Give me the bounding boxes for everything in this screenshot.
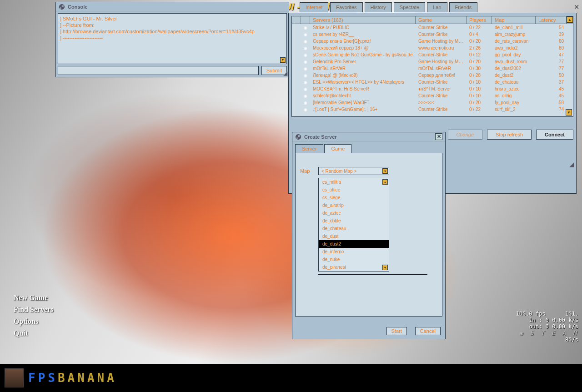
stop-refresh-button[interactable]: Stop refresh <box>487 130 532 140</box>
create-tabs: Server Game <box>295 144 442 153</box>
map-option[interactable]: de_dust2 <box>319 240 389 248</box>
col-game[interactable]: Game <box>416 16 467 24</box>
table-row[interactable]: ◉ESL >>Warserver<< HFGL>> by 4Netplayers… <box>292 79 573 85</box>
col-latency[interactable]: Latency <box>536 16 567 24</box>
cell-players: 0 / 30 <box>467 66 492 71</box>
cell-latency: 54 <box>536 25 573 30</box>
cell-map: de_dust2002 <box>492 66 536 71</box>
table-row[interactable]: ◉MOCKBA^Tm. HnS ServeR♦nS^TM. Server0 / … <box>292 85 573 92</box>
table-row[interactable]: ◉sCene-Gaming.de No1 GunGame - by gs4you… <box>292 51 573 58</box>
table-row[interactable]: ◉Сервер клана Ener[G]y.pnz!Game Hosting … <box>292 38 573 45</box>
map-option[interactable]: de_cbble <box>319 217 389 225</box>
table-row[interactable]: ◉[Memorable-Game] War3FT>>><<<0 / 20fy_p… <box>292 99 573 106</box>
scroll-down-icon[interactable]: ▼ <box>280 57 286 63</box>
cell-players: 0 / 12 <box>467 52 492 57</box>
cell-players: 0 / 20 <box>467 59 492 64</box>
site-logo: FPSBANANA <box>28 371 117 385</box>
tab-friends[interactable]: Friends <box>449 2 478 12</box>
table-row[interactable]: ◉Легенда! @ (Мясной)Сервер для тебя!0 / … <box>292 72 573 79</box>
server-table: Servers (163) Game Players Map Latency ▲… <box>291 16 573 117</box>
create-titlebar[interactable]: Create Server ✕ <box>292 132 445 141</box>
cell-map: de_chateau <box>492 80 536 85</box>
connect-button[interactable]: Connect <box>536 130 573 140</box>
scroll-down-icon[interactable]: ▼ <box>566 109 572 116</box>
console-title-text: Console <box>68 4 87 10</box>
console-output[interactable]: ] SMoLFs GUI - Mr. Silver ] --Picture fr… <box>58 13 287 64</box>
map-option[interactable]: de_piranesi <box>319 263 389 271</box>
tab-game[interactable]: Game <box>324 144 351 153</box>
cancel-button[interactable]: Cancel <box>415 327 441 335</box>
cell-map: awp_india2 <box>492 45 536 50</box>
console-input[interactable] <box>58 66 259 75</box>
tab-spectate[interactable]: Spectate <box>394 2 425 12</box>
table-row[interactable]: ◉.:[LosT | Surf+GunGame]:. | 16+Counter-… <box>292 106 573 113</box>
cell-players: 0 / 10 <box>467 80 492 85</box>
console-line: ] SMoLFs GUI - Mr. Silver <box>60 15 285 22</box>
start-button[interactable]: Start <box>386 327 407 335</box>
resize-grip-icon[interactable]: ◢ <box>283 71 288 76</box>
map-option[interactable]: de_inferno <box>319 248 389 256</box>
col-lock[interactable] <box>292 16 301 24</box>
map-option[interactable]: de_airstrip <box>319 201 389 209</box>
table-row[interactable]: ◉cs server by r4ZR__Counter-Strike0 / 4a… <box>292 31 573 38</box>
cell-name: .:[LosT | Surf+GunGame]:. | 16+ <box>310 107 416 112</box>
cell-map: fy_pool_day <box>492 100 536 105</box>
map-select[interactable]: < Random Map > ▼ <box>318 167 389 175</box>
close-icon[interactable]: ✕ <box>435 133 442 140</box>
map-option[interactable]: cs_office <box>319 186 389 194</box>
menu-quit[interactable]: Quit <box>14 329 54 337</box>
col-map[interactable]: Map <box>492 16 536 24</box>
scroll-down-icon[interactable]: ▼ <box>382 265 388 270</box>
table-header: Servers (163) Game Players Map Latency ▲ <box>292 16 573 24</box>
tab-favorites[interactable]: Favorites <box>330 2 362 12</box>
tab-history[interactable]: History <box>365 2 392 12</box>
cell-name: Легенда! @ (Мясной) <box>310 73 416 78</box>
menu-new-game[interactable]: New Game <box>14 294 54 302</box>
console-titlebar[interactable]: Console <box>56 2 289 11</box>
close-icon[interactable]: × <box>574 2 579 12</box>
change-button[interactable]: Change <box>448 130 483 140</box>
map-selected-value: < Random Map > <box>321 169 356 174</box>
table-row[interactable]: ◉schlecht@schlechtCounter-Strike0 / 10as… <box>292 92 573 99</box>
menu-options[interactable]: Options <box>14 317 54 326</box>
table-row[interactable]: ◉mOrTaL sErVeRmOrTaL sErVeR0 / 30de_dust… <box>292 65 573 72</box>
cell-game: www.nicemotio.ru <box>416 45 467 50</box>
cell-game: Counter-Strike <box>416 107 467 112</box>
map-option[interactable]: de_aztec <box>319 209 389 217</box>
cell-map: hnsro_aztec <box>492 86 536 91</box>
resize-grip-icon[interactable]: ◢ <box>569 161 574 168</box>
col-servers[interactable]: Servers (163) <box>310 16 416 24</box>
cell-name: ESL >>Warserver<< HFGL>> by 4Netplayers <box>310 80 416 85</box>
table-row[interactable]: ◉Strike.lv / PUBLICCounter-Strike0 / 22d… <box>292 24 573 31</box>
cell-name: mOrTaL sErVeR <box>310 66 416 71</box>
tab-internet[interactable]: Internet <box>300 2 328 12</box>
map-option[interactable]: cs_siege <box>319 194 389 201</box>
tab-lan[interactable]: Lan <box>427 2 447 12</box>
cell-game: Counter-Strike <box>416 32 467 37</box>
steam-icon <box>295 134 301 140</box>
cell-players: 0 / 20 <box>467 100 492 105</box>
table-row[interactable]: ◉Gelendzik Pro ServerGame Hosting by MyA… <box>292 58 573 65</box>
shield-icon: ◉ <box>301 59 310 64</box>
tab-server[interactable]: Server <box>295 144 323 153</box>
cell-name: cs server by r4ZR__ <box>310 32 416 37</box>
menu-find-servers[interactable]: Find Servers <box>14 306 54 314</box>
cell-latency: 45 <box>536 86 573 91</box>
net-out: out: 0 0.00 k/s <box>516 323 578 330</box>
map-dropdown[interactable]: ▲ cs_militiacs_officecs_siegede_airstrip… <box>318 178 389 271</box>
map-option[interactable]: de_dust <box>319 232 389 240</box>
col-players[interactable]: Players <box>467 16 492 24</box>
create-server-window: Create Server ✕ Server Game Map < Random… <box>292 132 446 339</box>
scroll-up-icon[interactable]: ▲ <box>567 16 573 23</box>
shield-icon: ◉ <box>301 32 310 37</box>
map-option[interactable]: de_nuke <box>319 256 389 263</box>
chevron-down-icon[interactable]: ▼ <box>382 168 388 174</box>
scroll-up-icon[interactable]: ▲ <box>382 179 388 185</box>
cell-map: de_rats_caravan <box>492 39 536 44</box>
map-option[interactable]: cs_militia <box>319 178 389 186</box>
table-row[interactable]: ◉Московский сервер 18+ @www.nicemotio.ru… <box>292 45 573 51</box>
map-option[interactable]: de_chateau <box>319 225 389 232</box>
steam-badge: ◉ S T E A M <box>516 330 578 337</box>
svg-point-4 <box>296 134 301 139</box>
col-fav[interactable] <box>301 16 310 24</box>
